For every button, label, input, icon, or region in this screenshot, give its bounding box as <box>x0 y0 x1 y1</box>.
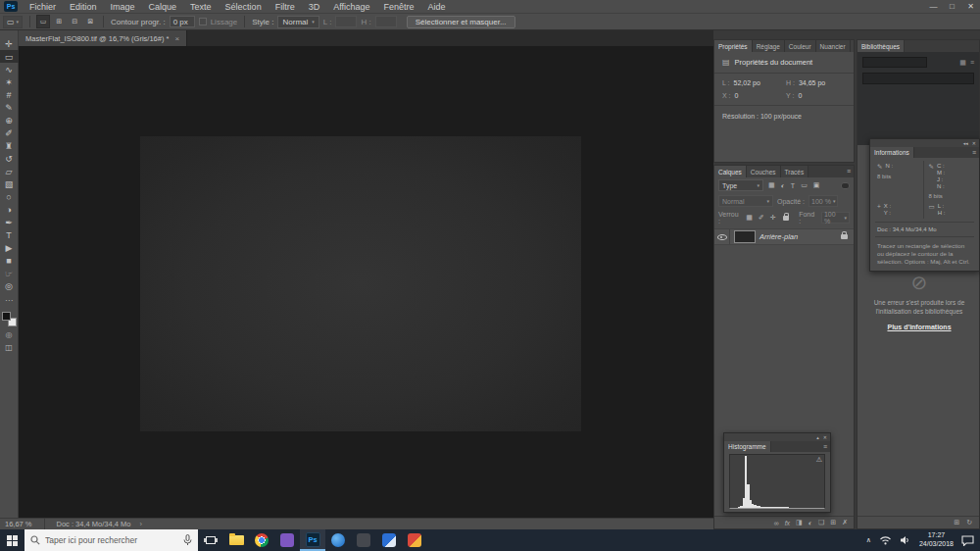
eyedropper-tool[interactable]: ✎ <box>0 101 19 114</box>
collapse-panel-icon[interactable]: ▴ <box>816 435 819 440</box>
close-button[interactable]: ✕ <box>961 2 980 11</box>
grid-view-icon[interactable]: ▦ <box>959 59 966 67</box>
fill-input[interactable]: 100 % ▾ <box>821 212 850 224</box>
lock-paint-icon[interactable]: ✐ <box>758 214 765 222</box>
crop-tool[interactable]: # <box>0 88 19 101</box>
quick-mask-icon[interactable]: ◎ <box>6 330 13 339</box>
lock-all-icon[interactable] <box>783 216 790 221</box>
filter-toggle[interactable] <box>841 182 850 189</box>
tab-couleur[interactable]: Couleur <box>785 40 816 52</box>
filter-type-layers-icon[interactable]: T <box>790 182 796 189</box>
network-icon[interactable] <box>879 535 892 545</box>
taskbar-clock[interactable]: 17:27 24/03/2018 <box>919 531 954 549</box>
select-and-mask-button[interactable]: Sélectionner et masquer... <box>407 16 515 28</box>
screen-mode-icon[interactable]: ◫ <box>5 343 13 352</box>
taskbar-search[interactable]: Taper ici pour rechercher <box>24 529 198 551</box>
history-brush-tool[interactable]: ↺ <box>0 152 19 165</box>
pen-tool[interactable]: ✒ <box>0 216 19 228</box>
shape-tool[interactable]: ■ <box>0 254 19 267</box>
path-selection-tool[interactable]: ▶ <box>0 241 19 254</box>
menu-selection[interactable]: Sélection <box>219 2 269 12</box>
menu-fenetre[interactable]: Fenêtre <box>377 2 421 12</box>
lock-position-icon[interactable]: ✛ <box>769 214 777 222</box>
menu-texte[interactable]: Texte <box>183 2 219 12</box>
tab-nuancier[interactable]: Nuancier <box>816 40 851 52</box>
menu-fichier[interactable]: Fichier <box>23 2 63 12</box>
filter-shape-layers-icon[interactable]: ▭ <box>800 181 808 189</box>
tab-proprietes[interactable]: Propriétés <box>714 40 753 52</box>
new-selection-icon[interactable]: ▭ <box>37 16 49 27</box>
status-chevron-icon[interactable]: › <box>139 520 142 528</box>
intersect-selection-icon[interactable]: ⊠ <box>84 16 96 27</box>
zoom-level[interactable]: 16,67 % <box>5 520 32 528</box>
edit-toolbar-icon[interactable]: ⋯ <box>5 296 13 305</box>
tab-histogramme[interactable]: Histogramme <box>724 441 771 452</box>
taskbar-file-explorer[interactable] <box>223 529 249 551</box>
notification-center-icon[interactable] <box>961 535 974 546</box>
panel-menu-icon[interactable]: ≡ <box>820 441 830 452</box>
canvas-area[interactable] <box>19 46 713 518</box>
menu-image[interactable]: Image <box>104 2 142 12</box>
panel-menu-icon[interactable]: ≡ <box>969 147 979 158</box>
lock-transparency-icon[interactable]: ▦ <box>745 214 754 222</box>
layer-group-icon[interactable]: ❏ <box>818 519 824 526</box>
filter-pixel-layers-icon[interactable]: ▦ <box>767 181 776 189</box>
document-tab[interactable]: MasterFlat_ISO800.tif @ 16,7% (Gris/16#)… <box>19 30 187 46</box>
cached-data-warning-icon[interactable]: ⚠ <box>816 456 822 464</box>
taskbar-app-4[interactable] <box>376 529 402 551</box>
type-tool[interactable]: T <box>0 228 19 241</box>
list-view-icon[interactable]: ≡ <box>970 59 974 66</box>
delete-layer-icon[interactable]: ✗ <box>842 519 848 526</box>
tab-navigation[interactable]: Navigat. <box>851 40 854 52</box>
tab-reglage[interactable]: Réglage <box>753 40 785 52</box>
libraries-dropdown[interactable] <box>862 57 927 68</box>
opacity-input[interactable]: 100 % ▾ <box>808 195 838 207</box>
menu-3d[interactable]: 3D <box>302 2 327 12</box>
foreground-color-swatch[interactable] <box>2 312 11 321</box>
adjustment-layer-icon[interactable]: ◐ <box>808 520 812 526</box>
document-image[interactable] <box>140 136 581 431</box>
menu-edition[interactable]: Edition <box>63 2 104 12</box>
libraries-search-field[interactable] <box>862 73 974 84</box>
gradient-tool[interactable]: ▧ <box>0 177 19 190</box>
microphone-icon[interactable] <box>183 534 192 546</box>
taskbar-app-5[interactable] <box>402 529 427 551</box>
tab-calques[interactable]: Calques <box>714 166 747 177</box>
brush-tool[interactable]: ✐ <box>0 126 19 139</box>
magic-wand-tool[interactable]: ✶ <box>0 75 19 88</box>
layer-thumbnail[interactable] <box>734 230 756 243</box>
menu-filtre[interactable]: Filtre <box>269 2 302 12</box>
eraser-tool[interactable]: ▱ <box>0 165 19 177</box>
add-to-selection-icon[interactable]: ⊞ <box>53 16 65 27</box>
rectangular-marquee-tool[interactable]: ▭ <box>0 50 19 63</box>
document-tab-close-icon[interactable]: × <box>174 34 179 43</box>
hand-tool[interactable]: ☞ <box>0 267 19 279</box>
tab-traces[interactable]: Tracés <box>781 166 809 177</box>
sync-libraries-icon[interactable]: ↻ <box>966 519 972 526</box>
menu-affichage[interactable]: Affichage <box>326 2 376 12</box>
color-swatches[interactable] <box>2 312 17 326</box>
link-layers-icon[interactable]: ∞ <box>774 520 779 526</box>
filter-smart-objects-icon[interactable]: ▣ <box>812 181 821 189</box>
new-library-icon[interactable]: ⊞ <box>954 519 959 526</box>
volume-icon[interactable] <box>900 535 911 545</box>
restore-button[interactable]: □ <box>943 2 961 11</box>
layer-filter-dropdown[interactable]: Type ▾ <box>718 179 763 191</box>
lasso-tool[interactable]: ∿ <box>0 63 19 75</box>
blend-mode-dropdown[interactable]: Normal ▾ <box>718 195 773 207</box>
collapse-panel-icon[interactable]: ◂◂ <box>963 141 968 146</box>
tool-preset-dropdown[interactable]: ▭ ▾ <box>3 16 23 28</box>
blur-tool[interactable]: ○ <box>0 190 19 203</box>
style-dropdown[interactable]: Normal ▾ <box>277 16 318 28</box>
more-information-link[interactable]: Plus d'informations <box>865 324 973 330</box>
new-layer-icon[interactable]: ⊞ <box>830 519 836 526</box>
layer-row-background[interactable]: Arrière-plan <box>714 228 854 245</box>
dodge-tool[interactable]: ◑ <box>0 203 19 216</box>
taskbar-chrome[interactable] <box>249 529 274 551</box>
minimize-button[interactable]: — <box>924 2 943 11</box>
antialias-checkbox[interactable] <box>199 18 207 25</box>
layer-effects-icon[interactable]: fx <box>785 520 790 526</box>
filter-adjustment-layers-icon[interactable]: ◐ <box>780 182 786 189</box>
hidden-icons-chevron[interactable]: ∧ <box>866 536 871 544</box>
tab-bibliotheques[interactable]: Bibliothèques <box>858 40 905 52</box>
